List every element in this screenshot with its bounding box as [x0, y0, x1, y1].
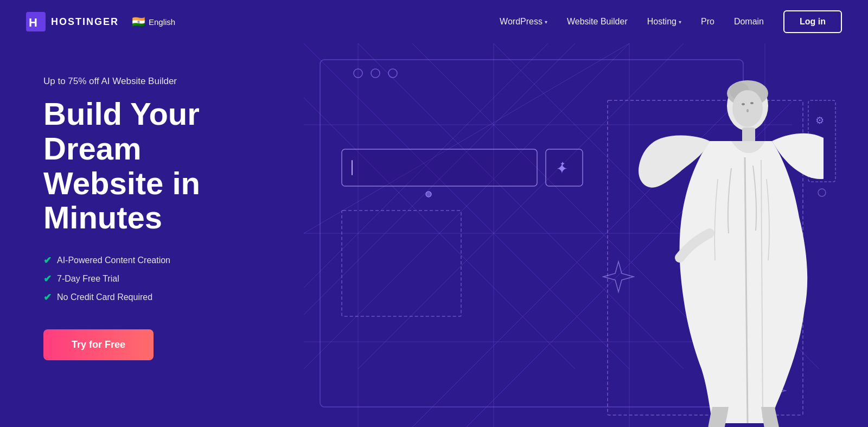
- language-selector[interactable]: 🇮🇳 English: [132, 15, 175, 28]
- svg-rect-26: [352, 160, 353, 175]
- svg-line-11: [304, 98, 575, 369]
- svg-point-43: [750, 102, 754, 104]
- hero-title: Build Your Dream Website in Minutes: [43, 97, 256, 235]
- svg-point-23: [388, 69, 397, 78]
- svg-rect-45: [742, 128, 755, 143]
- model-figure: [623, 71, 824, 427]
- check-icon: ✔: [43, 254, 52, 266]
- svg-text:H: H: [29, 16, 37, 29]
- svg-point-42: [742, 103, 745, 105]
- svg-point-31: [426, 192, 431, 197]
- logo[interactable]: H HOSTINGER: [26, 12, 119, 31]
- svg-point-41: [732, 90, 763, 127]
- flag-icon: 🇮🇳: [132, 15, 145, 28]
- language-label: English: [149, 17, 175, 27]
- cta-button[interactable]: Try for Free: [43, 329, 154, 360]
- svg-point-44: [746, 109, 749, 112]
- nav-right: WordPress ▾ Website Builder Hosting ▾ Pr…: [500, 10, 842, 33]
- svg-line-17: [304, 43, 629, 233]
- hero-section: Up to 75% off AI Website Builder Build Y…: [0, 43, 868, 427]
- check-icon: ✔: [43, 273, 52, 285]
- login-button[interactable]: Log in: [783, 10, 842, 33]
- navbar: H HOSTINGER 🇮🇳 English WordPress ▾ Websi…: [0, 0, 868, 43]
- chevron-down-icon: ▾: [545, 19, 547, 25]
- feature-item: ✔ 7-Day Free Trial: [43, 273, 256, 285]
- feature-list: ✔ AI-Powered Content Creation ✔ 7-Day Fr…: [43, 254, 256, 303]
- nav-pro[interactable]: Pro: [701, 17, 714, 27]
- nav-domain[interactable]: Domain: [734, 17, 764, 27]
- svg-point-22: [371, 69, 380, 78]
- nav-wordpress[interactable]: WordPress ▾: [500, 17, 547, 27]
- brand-name: HOSTINGER: [51, 16, 119, 28]
- svg-text:✦: ✦: [560, 160, 565, 168]
- hero-visual: ✦ ✦ ⚙ ◎ 🗑: [282, 43, 868, 427]
- svg-line-18: [304, 43, 548, 288]
- feature-item: ✔ AI-Powered Content Creation: [43, 254, 256, 266]
- logo-icon: H: [26, 12, 46, 31]
- promo-tag: Up to 75% off AI Website Builder: [43, 76, 256, 87]
- nav-hosting[interactable]: Hosting ▾: [647, 17, 681, 27]
- chevron-down-icon: ▾: [679, 19, 681, 25]
- check-icon: ✔: [43, 291, 52, 303]
- svg-rect-27: [546, 149, 583, 186]
- nav-left: H HOSTINGER 🇮🇳 English: [26, 12, 175, 31]
- svg-point-21: [354, 69, 362, 78]
- svg-line-14: [304, 43, 575, 315]
- svg-line-12: [304, 43, 629, 369]
- svg-rect-30: [342, 211, 461, 316]
- svg-text:✦: ✦: [556, 161, 568, 177]
- svg-line-9: [304, 43, 629, 369]
- svg-rect-25: [342, 149, 537, 186]
- feature-item: ✔ No Credit Card Required: [43, 291, 256, 303]
- nav-website-builder[interactable]: Website Builder: [567, 17, 628, 27]
- hero-content: Up to 75% off AI Website Builder Build Y…: [0, 43, 282, 427]
